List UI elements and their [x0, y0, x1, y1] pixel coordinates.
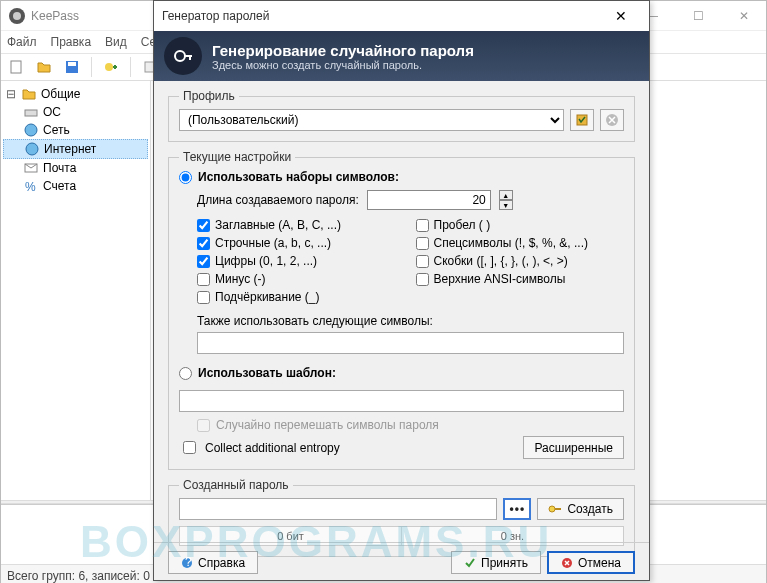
also-use-input[interactable]	[197, 332, 624, 354]
profile-legend: Профиль	[179, 89, 239, 103]
globe-icon	[23, 122, 39, 138]
tree-label: Интернет	[44, 142, 96, 156]
tree-item-internet[interactable]: Интернет	[3, 139, 148, 159]
dialog-header-title: Генерирование случайного пароля	[212, 42, 474, 59]
globe-icon	[24, 141, 40, 157]
check-special[interactable]	[416, 237, 429, 250]
check-lower[interactable]	[197, 237, 210, 250]
tree-root-label: Общие	[41, 87, 80, 101]
profile-group: Профиль (Пользовательский)	[168, 89, 635, 142]
key-icon	[548, 504, 562, 514]
check-entropy[interactable]	[183, 441, 196, 454]
profile-select[interactable]: (Пользовательский)	[179, 109, 564, 131]
pattern-input[interactable]	[179, 390, 624, 412]
check-ansi-label: Верхние ANSI-символы	[434, 272, 566, 286]
check-under-label: Подчёркивание (_)	[215, 290, 320, 304]
folder-icon	[21, 86, 37, 102]
open-folder-icon[interactable]	[33, 56, 55, 78]
key-icon	[164, 37, 202, 75]
check-upper[interactable]	[197, 219, 210, 232]
check-lower-label: Строчные (a, b, c, ...)	[215, 236, 331, 250]
tree-item-network[interactable]: Сеть	[3, 121, 148, 139]
accept-label: Принять	[481, 556, 528, 570]
check-digits-label: Цифры (0, 1, 2, ...)	[215, 254, 317, 268]
svg-rect-1	[11, 61, 21, 73]
check-special-label: Спецсимволы (!, $, %, &, ...)	[434, 236, 589, 250]
help-label: Справка	[198, 556, 245, 570]
dialog-footer: ? Справка Принять Отмена	[154, 542, 649, 574]
check-underscore[interactable]	[197, 291, 210, 304]
settings-legend: Текущие настройки	[179, 150, 295, 164]
generated-legend: Созданный пароль	[179, 478, 293, 492]
tree-root[interactable]: ⊟ Общие	[3, 85, 148, 103]
window-controls: — ☐ ✕	[638, 9, 758, 23]
svg-point-15	[549, 506, 555, 512]
drive-icon	[23, 104, 39, 120]
length-spinner[interactable]: ▲ ▼	[499, 190, 513, 210]
length-label: Длина создаваемого пароля:	[197, 193, 359, 207]
tree-item-mail[interactable]: Почта	[3, 159, 148, 177]
generate-button[interactable]: Создать	[537, 498, 624, 520]
cancel-button[interactable]: Отмена	[547, 551, 635, 574]
advanced-button[interactable]: Расширенные	[523, 436, 624, 459]
svg-rect-7	[25, 110, 37, 116]
menu-view[interactable]: Вид	[105, 35, 127, 49]
toggle-visibility-button[interactable]: •••	[503, 498, 531, 520]
save-icon[interactable]	[61, 56, 83, 78]
collapse-icon[interactable]: ⊟	[5, 87, 17, 101]
toolbar-separator	[130, 57, 131, 77]
svg-point-9	[26, 143, 38, 155]
menu-file[interactable]: Файл	[7, 35, 37, 49]
delete-profile-button[interactable]	[600, 109, 624, 131]
check-ansi[interactable]	[416, 273, 429, 286]
length-input[interactable]	[367, 190, 491, 210]
radio-pattern-label: Использовать шаблон:	[198, 366, 336, 380]
spinner-up-icon[interactable]: ▲	[499, 190, 513, 200]
close-button[interactable]: ✕	[730, 9, 758, 23]
mail-icon	[23, 160, 39, 176]
tree-item-accounts[interactable]: % Счета	[3, 177, 148, 195]
svg-text:?: ?	[185, 557, 192, 569]
shuffle-label: Случайно перемешать символы пароля	[216, 418, 439, 432]
app-icon	[9, 8, 25, 24]
dialog-titlebar[interactable]: Генератор паролей ✕	[154, 1, 649, 31]
percent-icon: %	[23, 178, 39, 194]
svg-point-0	[13, 12, 21, 20]
help-button[interactable]: ? Справка	[168, 551, 258, 574]
generate-label: Создать	[567, 502, 613, 516]
radio-pattern[interactable]	[179, 367, 192, 380]
status-text: Всего групп: 6, записей: 0	[7, 569, 150, 583]
check-digits[interactable]	[197, 255, 210, 268]
password-generator-dialog: Генератор паролей ✕ Генерирование случай…	[153, 0, 650, 581]
check-minus-label: Минус (-)	[215, 272, 266, 286]
check-shuffle	[197, 419, 210, 432]
check-icon	[464, 557, 476, 569]
svg-text:%: %	[25, 180, 36, 193]
settings-group: Текущие настройки Использовать наборы си…	[168, 150, 635, 470]
tree-label: Почта	[43, 161, 76, 175]
tree-label: Сеть	[43, 123, 70, 137]
tree-item-os[interactable]: ОС	[3, 103, 148, 121]
app-title: KeePass	[31, 9, 79, 23]
group-tree[interactable]: ⊟ Общие ОС Сеть Интернет	[1, 81, 151, 500]
add-entry-icon[interactable]	[100, 56, 122, 78]
new-file-icon[interactable]	[5, 56, 27, 78]
dialog-close-button[interactable]: ✕	[601, 8, 641, 24]
maximize-button[interactable]: ☐	[684, 9, 712, 23]
cancel-icon	[561, 557, 573, 569]
accept-button[interactable]: Принять	[451, 551, 541, 574]
help-icon: ?	[181, 557, 193, 569]
radio-charset-label: Использовать наборы символов:	[198, 170, 399, 184]
check-minus[interactable]	[197, 273, 210, 286]
radio-charset[interactable]	[179, 171, 192, 184]
also-use-label: Также использовать следующие символы:	[197, 314, 624, 328]
dialog-header-subtitle: Здесь можно создать случайный пароль.	[212, 59, 474, 71]
menu-edit[interactable]: Правка	[51, 35, 92, 49]
save-profile-button[interactable]	[570, 109, 594, 131]
check-space[interactable]	[416, 219, 429, 232]
svg-point-4	[105, 63, 113, 71]
generated-password-input[interactable]	[179, 498, 497, 520]
svg-rect-3	[68, 62, 76, 66]
spinner-down-icon[interactable]: ▼	[499, 200, 513, 210]
check-brackets[interactable]	[416, 255, 429, 268]
